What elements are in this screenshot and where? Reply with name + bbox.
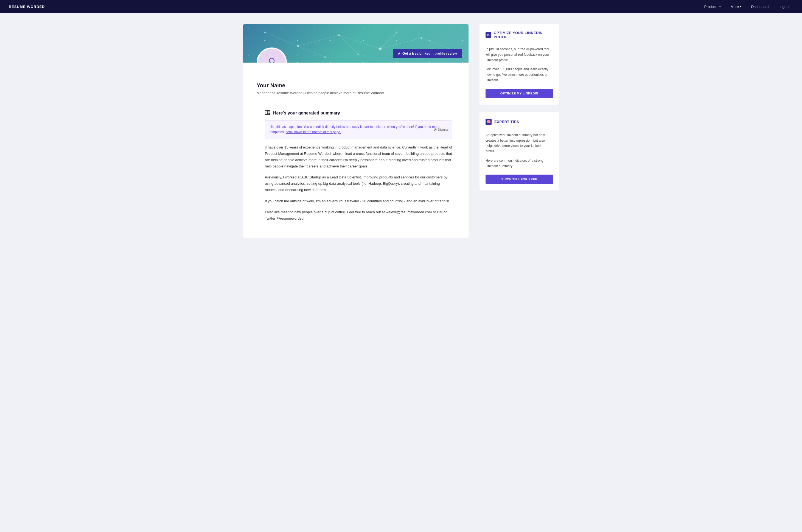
dismiss-button[interactable]: ⊗ Dismiss	[434, 127, 449, 132]
summary-hint-box: Use this as inspiration. You can edit it…	[265, 120, 452, 139]
star-icon: ★	[398, 52, 401, 55]
svg-point-8	[264, 32, 266, 33]
svg-rect-22	[268, 113, 269, 114]
summary-body[interactable]: I have over 15 years of experience worki…	[265, 145, 452, 222]
expert-tips-title: EXPERT TIPS	[494, 120, 519, 124]
sidebar: in OPTIMIZE YOUR LINKEDIN PROFILE In jus…	[479, 24, 559, 191]
svg-point-14	[324, 56, 326, 58]
svg-line-2	[339, 35, 380, 49]
summary-paragraph-4: I also like meeting new people over a cu…	[265, 209, 452, 222]
text-cursor	[265, 146, 265, 150]
brand-logo: RESUME WORDED	[9, 5, 45, 9]
profile-avatar	[256, 48, 287, 62]
summary-paragraph-3: If you catch me outside of work, I'm an …	[265, 198, 452, 205]
summary-icon	[265, 110, 270, 116]
nav-dashboard[interactable]: Dashboard	[747, 0, 772, 13]
optimize-linkedin-card: in OPTIMIZE YOUR LINKEDIN PROFILE In jus…	[479, 24, 559, 104]
summary-paragraph-1: I have over 15 years of experience worki…	[265, 145, 452, 169]
svg-line-6	[339, 35, 358, 54]
linkedin-review-button[interactable]: ★ Get a free LinkedIn profile review	[393, 49, 462, 58]
brain-icon: 🧠	[485, 119, 492, 125]
summary-section: Here's your generated summary Use this a…	[256, 103, 460, 229]
optimize-card-title: OPTIMIZE YOUR LINKEDIN PROFILE	[494, 31, 553, 39]
optimize-desc-2: Join over 100,000 people and learn exact…	[485, 67, 553, 83]
avatar-circle	[256, 48, 287, 62]
nav-products[interactable]: Products ▾	[701, 0, 725, 13]
dismiss-circle-icon: ⊗	[434, 127, 437, 132]
svg-rect-19	[265, 111, 267, 114]
profile-info: Your Name Manager at Resume Worded | Hel…	[243, 62, 469, 238]
products-chevron-icon: ▾	[719, 5, 721, 8]
nav-links: Products ▾ More ▾ Dashboard Logout	[701, 0, 793, 13]
svg-line-1	[298, 35, 339, 46]
svg-line-5	[298, 46, 325, 57]
profile-card: ★ Get a free LinkedIn profile review You…	[243, 24, 469, 238]
nav-logout[interactable]: Logout	[775, 0, 793, 13]
summary-paragraph-2: Previously, I worked at ABC Startup as a…	[265, 174, 452, 193]
svg-rect-20	[268, 111, 270, 112]
navbar: RESUME WORDED Products ▾ More ▾ Dashboar…	[0, 0, 802, 13]
more-chevron-icon: ▾	[740, 5, 741, 8]
svg-point-9	[297, 45, 299, 47]
expert-tips-divider	[485, 128, 553, 128]
expert-tips-desc-2: Here are common indicators of a strong L…	[485, 158, 553, 169]
user-icon	[265, 56, 279, 62]
page-container: ★ Get a free LinkedIn profile review You…	[236, 13, 566, 249]
optimize-card-header: in OPTIMIZE YOUR LINKEDIN PROFILE	[485, 31, 553, 39]
profile-name: Your Name	[256, 82, 460, 89]
expert-tips-header: 🧠 EXPERT TIPS	[485, 119, 553, 125]
svg-point-11	[379, 48, 382, 50]
main-content: ★ Get a free LinkedIn profile review You…	[243, 24, 469, 238]
optimize-desc-1: In just 10 seconds, our free AI-powered …	[485, 47, 553, 63]
optimize-linkedin-button[interactable]: OPTIMIZE MY LINKEDIN	[485, 89, 553, 98]
svg-line-7	[380, 32, 397, 49]
svg-point-17	[269, 58, 274, 62]
svg-line-3	[380, 38, 421, 49]
summary-title: Here's your generated summary	[273, 111, 340, 116]
nav-more[interactable]: More ▾	[727, 0, 745, 13]
linkedin-brand-icon: in	[485, 32, 491, 38]
expert-tips-card: 🧠 EXPERT TIPS An optimized LinkedIn summ…	[479, 112, 559, 191]
expert-tips-desc-1: An optimized LinkedIn summary not only c…	[485, 133, 553, 154]
summary-hint-text: Use this as inspiration. You can edit it…	[269, 125, 447, 135]
svg-line-0	[265, 32, 298, 46]
svg-point-10	[338, 34, 340, 36]
profile-headline: Manager at Resume Worded | Helping peopl…	[256, 91, 460, 95]
optimize-divider	[485, 42, 553, 42]
svg-point-16	[396, 32, 397, 33]
svg-rect-21	[268, 112, 270, 113]
svg-point-15	[357, 54, 359, 55]
show-tips-button[interactable]: SHOW TIPS FOR FREE	[485, 175, 553, 184]
profile-banner: ★ Get a free LinkedIn profile review	[243, 24, 469, 62]
scroll-link[interactable]: scroll down to the bottom of this page.	[286, 130, 341, 134]
svg-point-12	[420, 37, 422, 39]
summary-header: Here's your generated summary	[265, 110, 452, 116]
